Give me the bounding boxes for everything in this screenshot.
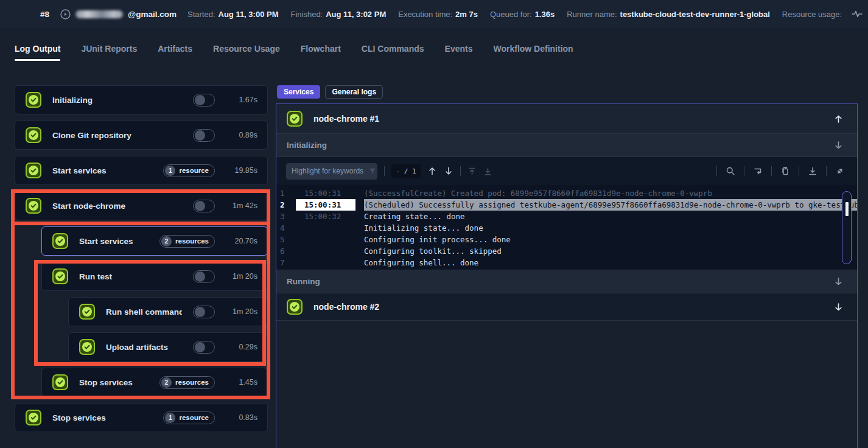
check-success-icon (287, 299, 303, 315)
log-line-text: (Scheduled) Successfully assigned testku… (364, 199, 857, 211)
check-success-icon (26, 410, 41, 425)
expand-arrow-down-icon[interactable] (833, 140, 844, 150)
section-running[interactable]: Running (276, 270, 857, 293)
resource-count-badge: 1 resource (163, 164, 215, 177)
log-scrollbar-thumb[interactable] (845, 202, 849, 216)
download-icon[interactable] (808, 166, 817, 176)
wrap-lines-icon[interactable] (753, 166, 763, 176)
jump-to-bottom-icon[interactable] (483, 167, 492, 176)
step-row-run-test[interactable]: Run test 1m 20s (41, 262, 268, 291)
check-success-icon (287, 111, 303, 127)
step-row-run-shell-command[interactable]: Run shell command 1m 20s (68, 297, 268, 326)
run-number: #8 (40, 10, 49, 19)
expand-icon[interactable] (835, 166, 845, 176)
funnel-icon[interactable] (368, 167, 377, 175)
step-row-stop-services[interactable]: Stop services 1 resource 0.83s (15, 403, 268, 432)
check-success-icon (52, 374, 68, 390)
step-row-start-services[interactable]: Start services 2 resources 20.70s (41, 226, 268, 256)
step-duration: 1.67s (226, 96, 257, 104)
log-line-text: Initializing state... done (364, 222, 483, 234)
execution-meta-field: Execution time: 2m 7s (398, 10, 478, 19)
nav-tab-log-output[interactable]: Log Output (15, 44, 60, 63)
log-line[interactable]: 3 15:00:32 Creating state... done (276, 211, 857, 222)
check-success-icon (52, 233, 68, 249)
copy-icon[interactable] (780, 166, 790, 176)
badge-label: resources (175, 379, 209, 386)
nav-tab-artifacts[interactable]: Artifacts (158, 44, 192, 63)
badge-count (195, 95, 205, 105)
nav-tab-flowchart[interactable]: Flowchart (301, 44, 341, 63)
resource-count-badge: 2 resources (159, 376, 215, 389)
log-line[interactable]: 1 15:00:31 (SuccessfulCreate) Created po… (276, 187, 857, 199)
badge-count (195, 130, 205, 141)
log-line-timestamp (296, 222, 355, 234)
nav-tab-events[interactable]: Events (445, 44, 473, 63)
step-row-start-node-chrome[interactable]: Start node-chrome 1m 42s (15, 191, 268, 220)
nav-tab-resource-usage[interactable]: Resource Usage (213, 44, 280, 63)
execution-meta-field: Finished: Aug 11, 3:02 PM (290, 10, 386, 19)
step-row-initializing[interactable]: Initializing 1.67s (15, 85, 268, 114)
execution-header-bar: #8 @gmail.com Started: Aug 11, 3:00 PM F… (0, 0, 868, 28)
badge-count (195, 271, 205, 282)
execution-meta-field: Started: Aug 11, 3:00 PM (187, 10, 279, 19)
log-line-timestamp: 15:00:32 (296, 211, 355, 222)
log-line-number: 2 (276, 199, 296, 211)
keyword-highlight-input[interactable]: Highlight for keywords (286, 163, 377, 180)
service-title: node-chrome #1 (313, 114, 822, 124)
resource-count-badge (193, 129, 215, 142)
step-duration: 1m 42s (226, 201, 257, 210)
service-header-node-chrome-2[interactable]: node-chrome #2 (276, 293, 857, 321)
log-line[interactable]: 4 Initializing state... done (276, 222, 857, 234)
step-label: Run shell command (106, 307, 182, 317)
nav-tab-junit-reports[interactable]: JUnit Reports (81, 44, 137, 63)
check-success-icon (79, 339, 95, 355)
waveform-icon[interactable] (851, 9, 863, 19)
execution-meta-field: Runner name: testkube-cloud-test-dev-run… (567, 10, 770, 19)
log-view-tab-services[interactable]: Services (277, 85, 320, 99)
resource-count-badge (193, 94, 215, 107)
resource-count-badge (193, 200, 215, 212)
log-line-number: 1 (276, 187, 296, 199)
step-label: Initializing (52, 96, 182, 105)
log-view-tab-general-logs[interactable]: General logs (325, 85, 383, 99)
log-output-area[interactable]: 1 15:00:31 (SuccessfulCreate) Created po… (276, 185, 857, 270)
prev-match-arrow-up-icon[interactable] (427, 166, 437, 176)
step-row-start-services[interactable]: Start services 1 resource 19.85s (15, 156, 268, 185)
nav-tab-cli-commands[interactable]: CLI Commands (362, 44, 424, 63)
log-line-timestamp (296, 257, 355, 268)
log-line[interactable]: 2 15:00:31 (Scheduled) Successfully assi… (276, 199, 857, 211)
check-success-icon (26, 198, 41, 214)
log-line-number: 7 (276, 257, 296, 268)
step-duration: 0.83s (226, 413, 257, 422)
service-header-node-chrome-1[interactable]: node-chrome #1 (276, 104, 857, 134)
log-line[interactable]: 5 Configuring init process... done (276, 234, 857, 245)
step-row-stop-services[interactable]: Stop services 2 resources 1.45s (41, 368, 268, 397)
meta-fields: Started: Aug 11, 3:00 PM Finished: Aug 1… (187, 10, 845, 19)
badge-count (195, 307, 205, 317)
search-icon[interactable] (726, 166, 735, 176)
step-label: Upload artifacts (106, 343, 182, 352)
log-line-timestamp (296, 245, 355, 257)
badge-label: resource (179, 414, 209, 421)
resource-count-badge (193, 270, 215, 283)
step-row-upload-artifacts[interactable]: Upload artifacts 0.29s (68, 332, 268, 362)
log-line[interactable]: 7 Configuring shell... done (276, 257, 857, 268)
keyword-input-placeholder: Highlight for keywords (292, 167, 363, 175)
nav-tab-workflow-definition[interactable]: Workflow Definition (493, 44, 573, 63)
step-row-clone-git-repository[interactable]: Clone Git repository 0.89s (15, 121, 268, 150)
step-label: Run test (79, 272, 182, 281)
log-line-number: 6 (276, 245, 296, 257)
log-scrollbar[interactable] (842, 191, 852, 264)
next-match-arrow-down-icon[interactable] (444, 166, 453, 176)
section-initializing[interactable]: Initializing (276, 134, 857, 157)
expand-arrow-down-icon[interactable] (833, 276, 844, 287)
jump-to-top-icon[interactable] (467, 167, 477, 176)
log-line-number: 4 (276, 222, 296, 234)
log-line[interactable]: 6 Configuring toolkit... skipped (276, 245, 857, 257)
resource-count-badge: 1 resource (163, 411, 215, 424)
collapse-arrow-up-icon[interactable] (833, 114, 844, 124)
badge-count (195, 201, 205, 211)
check-success-icon (26, 127, 41, 143)
badge-count: 1 (165, 166, 175, 176)
expand-arrow-down-icon[interactable] (833, 302, 844, 312)
